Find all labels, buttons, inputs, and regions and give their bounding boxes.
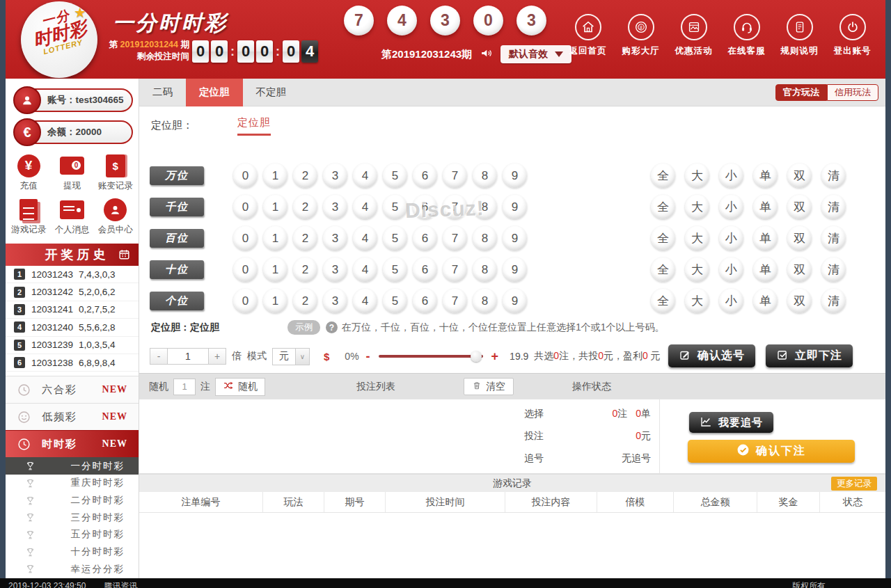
ball-shi-3[interactable]: 3 xyxy=(323,257,347,282)
multiplier-plus-button[interactable]: + xyxy=(208,348,226,365)
quick-ge-even[interactable]: 双 xyxy=(787,289,812,313)
ball-qian-9[interactable]: 9 xyxy=(503,195,527,219)
quick-link-recharge[interactable]: ¥充值 xyxy=(7,153,50,192)
ball-bai-3[interactable]: 3 xyxy=(323,226,347,251)
nav-logout[interactable]: 登出账号 xyxy=(830,14,874,57)
quick-shi-clear[interactable]: 清 xyxy=(821,257,846,282)
quick-qian-big[interactable]: 大 xyxy=(685,195,709,219)
menu-item-liuhecai[interactable]: 六合彩NEW xyxy=(6,376,139,403)
help-icon[interactable]: ? xyxy=(326,321,338,333)
ball-bai-0[interactable]: 0 xyxy=(233,226,258,251)
ball-bai-4[interactable]: 4 xyxy=(353,226,377,251)
draw-history-banner[interactable]: 开奖历史 xyxy=(6,244,139,266)
ball-wan-5[interactable]: 5 xyxy=(383,164,407,188)
quick-qian-small[interactable]: 小 xyxy=(719,195,743,219)
percent-slider[interactable] xyxy=(379,355,483,358)
more-records-button[interactable]: 更多记录 xyxy=(831,477,877,491)
unit-select[interactable]: 元 ∨ xyxy=(272,348,310,365)
quick-shi-even[interactable]: 双 xyxy=(787,257,812,282)
ball-bai-5[interactable]: 5 xyxy=(383,226,407,251)
ball-qian-4[interactable]: 4 xyxy=(353,195,377,219)
ball-ge-3[interactable]: 3 xyxy=(323,289,347,313)
ball-wan-0[interactable]: 0 xyxy=(233,164,258,188)
ball-shi-8[interactable]: 8 xyxy=(473,257,497,282)
ball-wan-2[interactable]: 2 xyxy=(293,164,317,188)
ball-qian-7[interactable]: 7 xyxy=(443,195,467,219)
random-button[interactable]: 随机 xyxy=(215,378,265,396)
ball-bai-9[interactable]: 9 xyxy=(503,226,527,251)
nav-home[interactable]: 返回首页 xyxy=(566,14,610,57)
ball-ge-8[interactable]: 8 xyxy=(473,289,497,313)
ball-wan-1[interactable]: 1 xyxy=(263,164,287,188)
nav-promo[interactable]: 优惠活动 xyxy=(672,14,716,57)
multiplier-minus-button[interactable]: - xyxy=(150,348,168,365)
ball-ge-0[interactable]: 0 xyxy=(233,289,258,313)
tab-any-position[interactable]: 不定胆 xyxy=(243,79,300,106)
ball-qian-1[interactable]: 1 xyxy=(263,195,287,219)
quick-qian-even[interactable]: 双 xyxy=(787,195,812,219)
ball-qian-2[interactable]: 2 xyxy=(293,195,317,219)
ball-qian-5[interactable]: 5 xyxy=(383,195,407,219)
quick-ge-odd[interactable]: 单 xyxy=(753,289,778,313)
history-row[interactable]: 5120312391,0,3,5,4 xyxy=(6,337,139,354)
quick-shi-all[interactable]: 全 xyxy=(651,257,675,282)
sound-select[interactable]: 默认音效 xyxy=(500,45,571,63)
slider-handle[interactable] xyxy=(471,351,482,362)
bet-now-button[interactable]: 立即下注 xyxy=(766,344,853,367)
ball-qian-0[interactable]: 0 xyxy=(233,195,258,219)
slider-plus-button[interactable]: + xyxy=(491,349,499,364)
quick-link-message[interactable]: 个人消息 xyxy=(50,197,93,236)
quick-ge-big[interactable]: 大 xyxy=(685,289,709,313)
ball-shi-5[interactable]: 5 xyxy=(383,257,407,282)
ball-ge-9[interactable]: 9 xyxy=(503,289,527,313)
quick-bai-all[interactable]: 全 xyxy=(651,226,675,251)
quick-wan-all[interactable]: 全 xyxy=(651,164,675,188)
quick-bai-even[interactable]: 双 xyxy=(787,226,812,251)
history-row[interactable]: 4120312405,5,6,2,8 xyxy=(6,319,139,336)
quick-ge-clear[interactable]: 清 xyxy=(821,289,846,313)
ball-ge-6[interactable]: 6 xyxy=(413,289,437,313)
submenu-item-ten-min-ssc[interactable]: 十分时时彩 xyxy=(6,543,139,561)
submenu-item-chongqing-ssc[interactable]: 重庆时时彩 xyxy=(6,475,139,492)
ball-qian-3[interactable]: 3 xyxy=(323,195,347,219)
submenu-item-lucky-ffc[interactable]: 幸运分分彩 xyxy=(6,560,139,578)
history-row[interactable]: 3120312410,2,7,5,2 xyxy=(6,301,139,319)
play-mode-credit[interactable]: 信用玩法 xyxy=(827,84,878,101)
ball-ge-1[interactable]: 1 xyxy=(263,289,287,313)
quick-qian-all[interactable]: 全 xyxy=(651,195,675,219)
ball-shi-7[interactable]: 7 xyxy=(443,257,467,282)
quick-link-game-record[interactable]: 游戏记录 xyxy=(7,197,50,236)
ball-bai-7[interactable]: 7 xyxy=(443,226,467,251)
quick-wan-small[interactable]: 小 xyxy=(719,164,743,188)
play-mode-official[interactable]: 官方玩法 xyxy=(775,84,827,101)
history-row[interactable]: 6120312386,8,9,8,4 xyxy=(6,354,139,372)
clear-button[interactable]: 清空 xyxy=(464,378,514,395)
ball-shi-2[interactable]: 2 xyxy=(293,257,317,282)
ball-bai-8[interactable]: 8 xyxy=(473,226,497,251)
ball-wan-8[interactable]: 8 xyxy=(473,164,497,188)
ball-shi-6[interactable]: 6 xyxy=(413,257,437,282)
site-logo[interactable]: ★ 一分 时时彩 LOTTERY xyxy=(21,1,97,78)
quick-qian-clear[interactable]: 清 xyxy=(821,195,846,219)
ball-bai-1[interactable]: 1 xyxy=(263,226,287,251)
ball-bai-2[interactable]: 2 xyxy=(293,226,317,251)
ball-wan-3[interactable]: 3 xyxy=(323,164,347,188)
quick-wan-big[interactable]: 大 xyxy=(685,164,709,188)
ball-ge-2[interactable]: 2 xyxy=(293,289,317,313)
ball-wan-4[interactable]: 4 xyxy=(353,164,377,188)
confirm-bet-button[interactable]: 确认下注 xyxy=(688,440,855,463)
nav-hall[interactable]: 8购彩大厅 xyxy=(619,14,663,57)
ball-ge-5[interactable]: 5 xyxy=(383,289,407,313)
quick-link-account-change[interactable]: $账变记录 xyxy=(94,153,137,192)
ball-ge-4[interactable]: 4 xyxy=(353,289,377,313)
menu-item-shishicai[interactable]: 时时彩NEW xyxy=(6,430,139,457)
subplay-tab-positioning[interactable]: 定位胆 xyxy=(237,116,271,136)
submenu-item-two-min-ssc[interactable]: 二分时时彩 xyxy=(6,492,139,509)
quick-link-member[interactable]: 会员中心 xyxy=(94,197,137,236)
confirm-pick-button[interactable]: 确认选号 xyxy=(668,344,755,367)
example-button[interactable]: 示例 xyxy=(287,320,320,335)
quick-qian-odd[interactable]: 单 xyxy=(753,195,778,219)
speaker-icon[interactable] xyxy=(480,47,493,62)
submenu-item-three-min-ssc[interactable]: 三分时时彩 xyxy=(6,509,139,526)
quick-wan-even[interactable]: 双 xyxy=(787,164,812,188)
